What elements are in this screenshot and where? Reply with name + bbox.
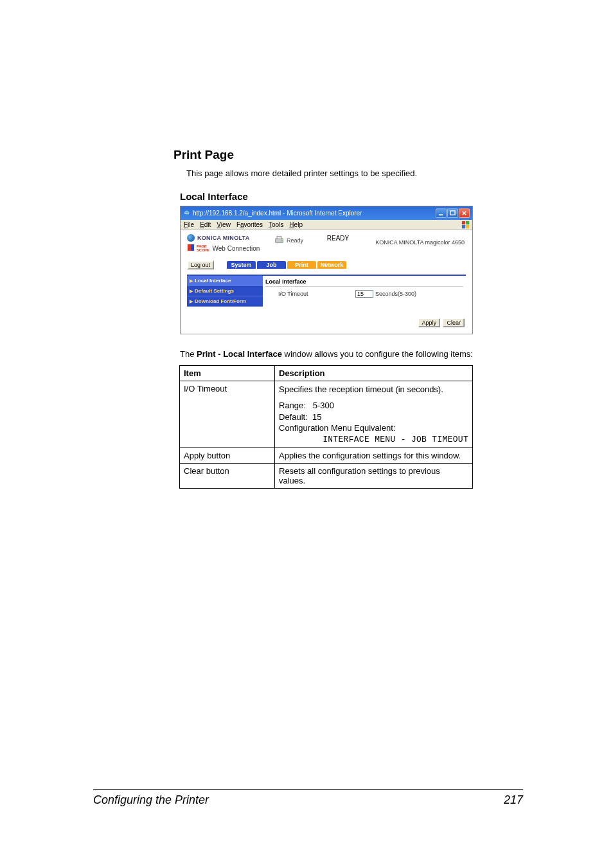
status-ready-big: READY bbox=[312, 234, 364, 242]
page-footer: Configuring the Printer 217 bbox=[93, 789, 523, 807]
window-close-button[interactable] bbox=[459, 208, 470, 218]
pagescope-label: PAGESCOPE bbox=[197, 244, 209, 252]
io-timeout-suffix: Seconds(5-300) bbox=[375, 291, 416, 297]
pagescope-icon bbox=[187, 244, 195, 253]
tab-print[interactable]: Print bbox=[287, 261, 316, 269]
logout-button[interactable]: Log out bbox=[187, 260, 214, 269]
window-maximize-button[interactable] bbox=[447, 208, 458, 218]
window-minimize-button[interactable] bbox=[436, 208, 447, 218]
svg-point-11 bbox=[281, 240, 283, 241]
windows-flag-icon bbox=[461, 221, 470, 230]
status-ready-small: Ready bbox=[287, 237, 303, 244]
sidebar: ▶Local Interface ▶Default Settings ▶Down… bbox=[187, 276, 263, 307]
konica-globe-icon bbox=[187, 234, 195, 242]
cell-desc: Applies the configuration settings for t… bbox=[275, 448, 473, 464]
spec-table: Item Description I/O Timeout Specifies t… bbox=[179, 365, 473, 489]
menu-file[interactable]: File bbox=[184, 221, 194, 228]
table-row: Apply button Applies the configuration s… bbox=[180, 448, 473, 464]
intro-paragraph: This page allows more detailed printer s… bbox=[186, 168, 520, 178]
pane-header: Local Interface bbox=[265, 277, 463, 287]
menu-tools[interactable]: Tools bbox=[269, 221, 283, 228]
footer-page-number: 217 bbox=[504, 793, 523, 807]
browser-menubar: File Edit View Favorites Tools Help bbox=[181, 220, 472, 230]
menu-favorites[interactable]: Favorites bbox=[236, 221, 263, 228]
triangle-icon: ▶ bbox=[190, 299, 193, 304]
svg-rect-2 bbox=[450, 211, 455, 215]
footer-left: Configuring the Printer bbox=[93, 793, 209, 807]
tab-system[interactable]: System bbox=[227, 261, 256, 269]
printer-status-icon bbox=[274, 234, 285, 246]
description-paragraph: The Print - Local Interface window allow… bbox=[180, 348, 520, 360]
io-timeout-input[interactable] bbox=[355, 290, 373, 298]
cell-desc: Resets all configuration settings to pre… bbox=[275, 464, 473, 489]
svg-rect-10 bbox=[277, 236, 281, 239]
clear-button[interactable]: Clear bbox=[443, 318, 465, 327]
svg-rect-8 bbox=[191, 244, 194, 251]
brand-webconnection: Web Connection bbox=[213, 245, 260, 252]
table-row: I/O Timeout Specifies the reception time… bbox=[180, 381, 473, 448]
apply-button[interactable]: Apply bbox=[418, 318, 441, 327]
embedded-screenshot: http://192.168.1.2/a_index.html - Micros… bbox=[180, 206, 473, 334]
menu-view[interactable]: View bbox=[217, 221, 231, 228]
svg-rect-3 bbox=[462, 221, 465, 224]
cell-item: Clear button bbox=[180, 464, 275, 489]
svg-rect-5 bbox=[462, 225, 465, 228]
svg-rect-4 bbox=[466, 221, 469, 224]
menu-edit[interactable]: Edit bbox=[200, 221, 211, 228]
sidebar-item-default-settings[interactable]: ▶Default Settings bbox=[187, 286, 263, 296]
table-head-desc: Description bbox=[275, 365, 473, 381]
svg-rect-1 bbox=[439, 214, 443, 215]
cell-item: Apply button bbox=[180, 448, 275, 464]
ie-icon bbox=[183, 210, 190, 217]
table-head-item: Item bbox=[180, 365, 275, 381]
triangle-icon: ▶ bbox=[190, 278, 193, 284]
cell-item: I/O Timeout bbox=[180, 381, 275, 448]
cell-desc: Specifies the reception timeout (in seco… bbox=[275, 381, 473, 448]
window-titlebar: http://192.168.1.2/a_index.html - Micros… bbox=[181, 206, 472, 220]
table-row: Clear button Resets all configuration se… bbox=[180, 464, 473, 489]
brand-konica: KONICA MINOLTA bbox=[197, 235, 250, 241]
heading-print-page: Print Page bbox=[173, 148, 520, 162]
menu-help[interactable]: Help bbox=[289, 221, 303, 228]
sidebar-item-local-interface[interactable]: ▶Local Interface bbox=[187, 276, 263, 286]
svg-rect-7 bbox=[188, 244, 191, 251]
io-timeout-label: I/O Timeout bbox=[272, 291, 355, 297]
tab-job[interactable]: Job bbox=[257, 261, 286, 269]
window-title: http://192.168.1.2/a_index.html - Micros… bbox=[193, 210, 362, 217]
svg-rect-6 bbox=[466, 225, 469, 228]
heading-local-interface: Local Interface bbox=[180, 191, 520, 202]
tab-network[interactable]: Network bbox=[317, 261, 346, 269]
triangle-icon: ▶ bbox=[190, 289, 193, 294]
sidebar-item-download-font-form[interactable]: ▶Download Font/Form bbox=[187, 296, 263, 307]
model-label: KONICA MINOLTA magicolor 4650 bbox=[364, 234, 466, 246]
